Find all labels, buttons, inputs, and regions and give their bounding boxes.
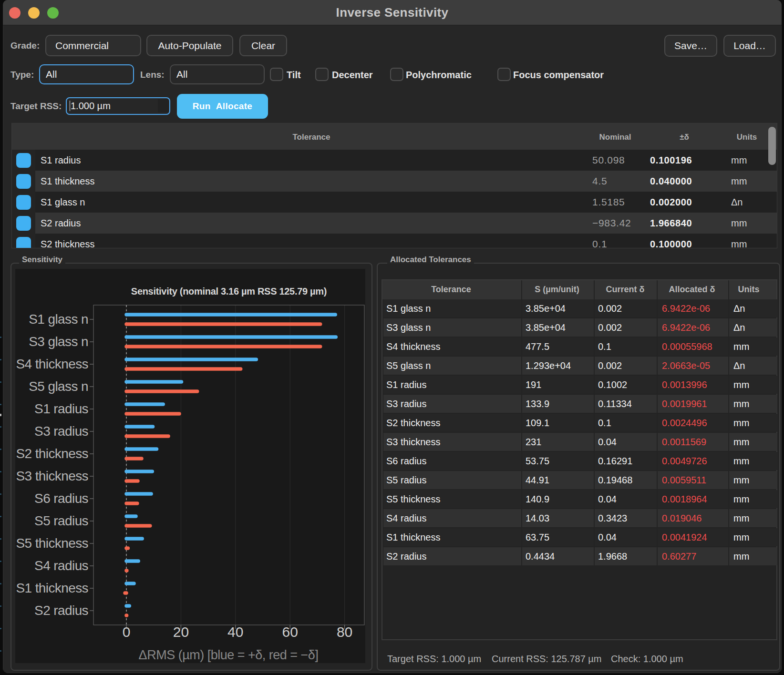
svg-text:60: 60 (282, 624, 298, 640)
svg-text:ΔRMS (µm) [blue = +δ, red = −δ: ΔRMS (µm) [blue = +δ, red = −δ] (139, 648, 319, 662)
svg-text:S6 radius: S6 radius (34, 491, 88, 506)
svg-text:S4 thickness: S4 thickness (16, 357, 88, 371)
svg-text:S5 thickness: S5 thickness (16, 536, 88, 551)
svg-text:S1 glass n: S1 glass n (29, 312, 88, 327)
svg-text:0: 0 (123, 624, 131, 640)
svg-text:20: 20 (173, 624, 189, 640)
svg-text:80: 80 (337, 624, 352, 640)
svg-text:S4 radius: S4 radius (34, 558, 88, 573)
svg-text:S5 radius: S5 radius (34, 513, 88, 528)
svg-text:40: 40 (227, 624, 243, 640)
svg-text:S3 radius: S3 radius (34, 424, 88, 439)
svg-text:S1 radius: S1 radius (34, 401, 88, 416)
svg-text:S2 thickness: S2 thickness (16, 446, 88, 461)
svg-text:S1 thickness: S1 thickness (16, 581, 88, 595)
svg-text:Sensitivity (nominal 3.16 µm R: Sensitivity (nominal 3.16 µm RSS 125.79 … (131, 286, 327, 297)
svg-text:S5 glass n: S5 glass n (29, 379, 88, 394)
svg-text:S3 glass n: S3 glass n (29, 334, 88, 349)
svg-text:S2 radius: S2 radius (34, 603, 88, 618)
svg-text:S3 thickness: S3 thickness (16, 469, 88, 483)
